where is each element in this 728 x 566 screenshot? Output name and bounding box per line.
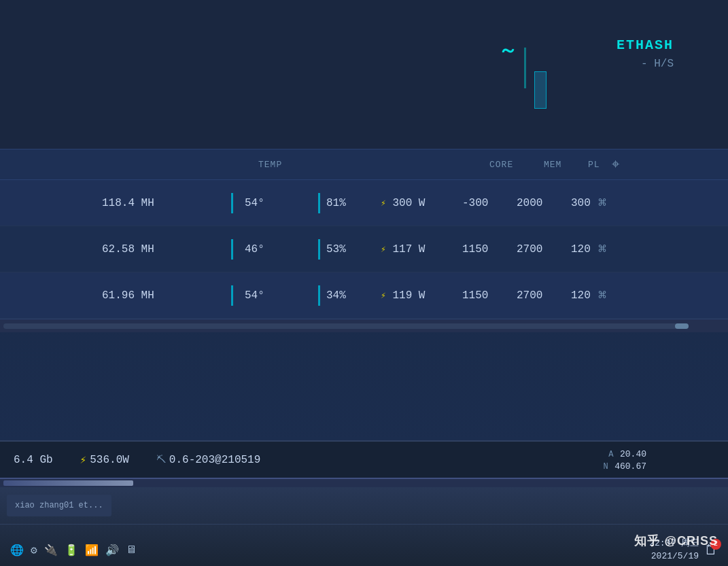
status-memory: 6.4 Gb [14, 454, 53, 466]
gpu2-fan-icon: ⌘ [598, 287, 606, 304]
gpu1-fan-icon: ⌘ [598, 241, 606, 258]
chart-area [524, 41, 578, 109]
bolt-icon-2: ⚡ [381, 291, 386, 301]
accepted-value: 20.40 [620, 449, 646, 459]
taskbar-bottom-row: 🌐 ⚙ 🔌 🔋 📶 🔊 🖥 22:07 周三 2021/5/19 🗒 2 [0, 525, 728, 566]
scrollbar-thumb[interactable] [675, 323, 689, 329]
taskbar-top-row: xiao zhang01 et... [0, 487, 728, 525]
chart-bar-1 [534, 71, 547, 109]
bolt-icon-1: ⚡ [381, 245, 386, 255]
chart-cursor [524, 48, 526, 88]
fan-icon: ⌖ [612, 157, 620, 173]
watermark: 知乎 @CRISS [634, 533, 718, 549]
gpu2-temp-bar [231, 285, 233, 306]
status-bar: 6.4 Gb ⚡ 536.0W ⛏ 0.6-203@210519 A 20.40… [0, 440, 728, 478]
table-row: 61.96 MH 54° 34% ⚡ 119 W 1150 2700 120 ⌘ [0, 272, 728, 319]
data-rows: 118.4 MH 54° 81% ⚡ 300 W -300 2000 300 ⌘… [0, 180, 728, 319]
header-pl: PL [588, 160, 600, 170]
shield-icon[interactable]: ⚙ [31, 544, 37, 557]
volume-icon[interactable]: 🔊 [105, 544, 119, 557]
gpu0-temp: 54° [245, 197, 264, 209]
gpu0-power: ⚡ 300 W [381, 197, 425, 209]
hash-icon: ⛏ [156, 455, 166, 465]
accepted-label: A [608, 450, 613, 459]
scrollbar-track[interactable] [3, 323, 689, 329]
hs-label: - H/S [641, 58, 674, 70]
gpu1-percent-bar [318, 239, 320, 260]
gpu0-core: -300 [462, 197, 488, 209]
gpu2-power: ⚡ 119 W [381, 289, 425, 302]
status-version: ⛏ 0.6-203@210519 [156, 454, 260, 466]
taskbar-left: 🌐 ⚙ 🔌 🔋 📶 🔊 🖥 [10, 544, 137, 557]
memory-value: 6.4 Gb [14, 454, 53, 466]
gpu1-temp: 46° [245, 243, 264, 255]
gpu1-hashrate: 62.58 MH [102, 243, 154, 255]
version-value: 0.6-203@210519 [169, 454, 260, 466]
gpu1-core: 1150 [462, 243, 488, 255]
network-icon[interactable]: 🌐 [10, 544, 24, 557]
gpu0-temp-bar [231, 193, 233, 213]
progress-fill [3, 480, 133, 486]
header-temp: TEMP [258, 160, 282, 170]
gpu0-pl: 300 [571, 197, 591, 209]
header-core: CORE [489, 160, 513, 170]
gpu0-percent: 81% [326, 197, 346, 209]
gpu2-core: 1150 [462, 289, 488, 302]
taskbar-app-item[interactable]: xiao zhang01 et... [7, 495, 111, 516]
gpu1-mem: 2700 [517, 243, 542, 255]
gpu0-hashrate: 118.4 MH [102, 197, 154, 209]
ethash-label: ETHASH [617, 37, 674, 53]
status-power: ⚡ 536.0W [80, 453, 129, 467]
clock-date: 2021/5/19 [649, 550, 699, 563]
bolt-icon-0: ⚡ [381, 198, 386, 209]
gpu2-mem: 2700 [517, 289, 542, 302]
accepted-row: A 20.40 [603, 448, 646, 460]
scrollbar-area[interactable] [0, 319, 728, 332]
header-mem: MEM [544, 160, 561, 170]
status-right: A 20.40 N 460.67 [603, 448, 646, 472]
app-container: ～ ETHASH - H/S TEMP CORE MEM PL ⌖ 118.4 … [0, 0, 728, 566]
gpu2-pl: 120 [571, 289, 591, 302]
gpu1-temp-bar [231, 239, 233, 260]
progress-bar-row [0, 479, 728, 487]
gpu1-pl: 120 [571, 243, 591, 255]
gpu0-fan-icon: ⌘ [598, 194, 606, 211]
network-value: 460.67 [614, 461, 646, 472]
battery-icon[interactable]: 🔋 [65, 544, 78, 557]
network-row: N 460.67 [603, 460, 646, 472]
status-bolt-icon: ⚡ [80, 453, 87, 467]
gpu2-percent: 34% [326, 289, 346, 302]
column-headers: TEMP CORE MEM PL ⌖ [0, 149, 728, 180]
usb-icon[interactable]: 🔌 [44, 544, 58, 557]
monitor-icon[interactable]: 🖥 [126, 544, 137, 556]
gpu1-percent: 53% [326, 243, 346, 255]
gpu1-power: ⚡ 117 W [381, 243, 425, 255]
gpu0-percent-bar [318, 193, 320, 213]
tilde-icon: ～ [498, 37, 517, 63]
gpu2-percent-bar [318, 285, 320, 306]
network-label: N [603, 462, 608, 472]
gpu0-mem: 2000 [517, 197, 542, 209]
table-row: 118.4 MH 54° 81% ⚡ 300 W -300 2000 300 ⌘ [0, 180, 728, 226]
header-bar: ～ ETHASH - H/S [0, 0, 728, 149]
table-row: 62.58 MH 46° 53% ⚡ 117 W 1150 2700 120 ⌘ [0, 226, 728, 272]
app-item-label: xiao zhang01 et... [15, 501, 103, 510]
gpu2-temp: 54° [245, 289, 264, 302]
gpu2-hashrate: 61.96 MH [102, 289, 154, 302]
taskbar: xiao zhang01 et... 🌐 ⚙ 🔌 🔋 📶 🔊 🖥 22:07 周… [0, 478, 728, 566]
wifi-icon[interactable]: 📶 [85, 544, 99, 557]
power-value: 536.0W [90, 454, 129, 466]
